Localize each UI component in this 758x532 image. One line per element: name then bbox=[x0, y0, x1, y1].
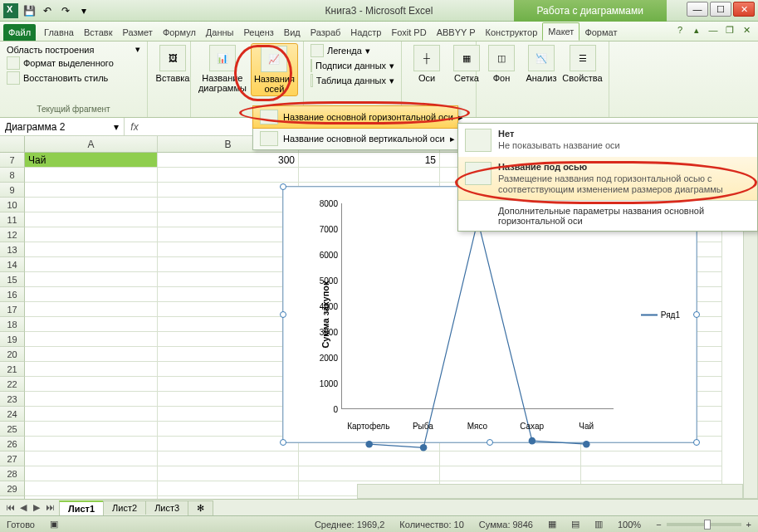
tab-home[interactable]: Главна bbox=[39, 24, 79, 41]
maximize-button[interactable]: ☐ bbox=[710, 2, 731, 17]
row-header[interactable]: 8 bbox=[0, 168, 25, 183]
chart-element-selector[interactable]: Область построения▾ bbox=[5, 43, 142, 56]
chart-legend[interactable]: Ряд1 bbox=[641, 310, 680, 320]
cell[interactable] bbox=[158, 287, 299, 302]
tab-insert[interactable]: Вставк bbox=[79, 24, 118, 41]
row-header[interactable]: 19 bbox=[0, 332, 25, 347]
view-page-break-icon[interactable]: ▥ bbox=[594, 519, 603, 530]
tab-data[interactable]: Данны bbox=[201, 24, 239, 41]
cell[interactable] bbox=[25, 466, 158, 481]
cell[interactable] bbox=[299, 168, 440, 183]
zoom-level[interactable]: 100% bbox=[618, 520, 641, 530]
tab-file[interactable]: Файл bbox=[3, 24, 36, 41]
cell[interactable] bbox=[158, 451, 299, 466]
cell[interactable] bbox=[158, 198, 299, 212]
data-labels-button[interactable]: Подписи данных ▾ bbox=[309, 58, 396, 73]
submenu-horizontal-axis-title[interactable]: Название основной горизонтальной оси▸ bbox=[252, 105, 458, 129]
cell[interactable] bbox=[25, 392, 158, 407]
cell[interactable] bbox=[25, 242, 158, 257]
chart-title-button[interactable]: 📊 Название диаграммы bbox=[196, 43, 249, 95]
reset-style-button[interactable]: Восстановить стиль bbox=[5, 71, 142, 85]
cell[interactable] bbox=[25, 183, 158, 198]
tab-view[interactable]: Вид bbox=[279, 24, 306, 41]
undo-icon[interactable]: ↶ bbox=[40, 3, 55, 18]
cell[interactable] bbox=[158, 362, 299, 377]
row-header[interactable]: 18 bbox=[0, 317, 25, 332]
cell[interactable] bbox=[158, 317, 299, 332]
tab-chart-format[interactable]: Формат bbox=[580, 24, 622, 41]
cell[interactable] bbox=[25, 347, 158, 362]
qat-dropdown-icon[interactable]: ▾ bbox=[76, 3, 91, 18]
tab-chart-design[interactable]: Конструктор bbox=[481, 24, 543, 41]
cell[interactable] bbox=[158, 437, 299, 451]
cell[interactable] bbox=[25, 168, 158, 183]
row-header[interactable]: 14 bbox=[0, 257, 25, 272]
cell[interactable] bbox=[158, 377, 299, 392]
flyout-more-options[interactable]: Дополнительные параметры названия основн… bbox=[458, 201, 757, 231]
row-header[interactable]: 20 bbox=[0, 347, 25, 362]
zoom-slider[interactable]: −+ bbox=[656, 520, 751, 530]
cell[interactable] bbox=[158, 422, 299, 437]
cell[interactable] bbox=[25, 422, 158, 437]
cell[interactable] bbox=[158, 466, 299, 481]
cell[interactable] bbox=[158, 481, 299, 496]
tab-chart-layout[interactable]: Макет bbox=[542, 22, 580, 41]
row-header[interactable]: 11 bbox=[0, 212, 25, 227]
horizontal-scrollbar[interactable] bbox=[357, 484, 743, 499]
chart-plot-area[interactable] bbox=[341, 203, 614, 409]
axis-titles-button[interactable]: 📈 Названия осей bbox=[251, 43, 298, 96]
column-header-A[interactable]: A bbox=[25, 136, 158, 152]
row-header[interactable]: 27 bbox=[0, 451, 25, 466]
row-header[interactable]: 17 bbox=[0, 302, 25, 317]
cell[interactable] bbox=[25, 407, 158, 422]
flyout-option-none[interactable]: НетНе показывать название оси bbox=[458, 124, 757, 157]
cell[interactable] bbox=[25, 257, 158, 272]
cell[interactable] bbox=[158, 183, 299, 198]
view-page-layout-icon[interactable]: ▤ bbox=[571, 519, 580, 530]
cell[interactable] bbox=[158, 302, 299, 317]
row-header[interactable]: 10 bbox=[0, 198, 25, 212]
row-header[interactable]: 15 bbox=[0, 272, 25, 287]
tab-page-layout[interactable]: Размет bbox=[118, 24, 158, 41]
properties-button[interactable]: ☰Свойства bbox=[561, 43, 604, 115]
format-selection-button[interactable]: Формат выделенного bbox=[5, 56, 142, 71]
doc-restore-icon[interactable]: ❐ bbox=[723, 25, 736, 36]
cell[interactable] bbox=[25, 317, 158, 332]
row-header[interactable]: 13 bbox=[0, 242, 25, 257]
flyout-option-title-below-axis[interactable]: Название под осьюРазмещение названия под… bbox=[458, 157, 757, 200]
cell[interactable] bbox=[25, 287, 158, 302]
sheet-tab-2[interactable]: Лист2 bbox=[103, 500, 146, 515]
row-header[interactable]: 24 bbox=[0, 407, 25, 422]
help-icon[interactable]: ? bbox=[673, 25, 687, 36]
new-sheet-button[interactable]: ✻ bbox=[188, 500, 213, 515]
insert-button[interactable]: 🖼 Вставка bbox=[153, 43, 193, 85]
cell[interactable] bbox=[25, 212, 158, 227]
cell[interactable] bbox=[158, 212, 299, 227]
cell[interactable] bbox=[25, 377, 158, 392]
cell[interactable] bbox=[25, 332, 158, 347]
submenu-vertical-axis-title[interactable]: Название основной вертикальной оси▸ bbox=[253, 128, 457, 149]
close-button[interactable]: ✕ bbox=[733, 2, 755, 17]
row-header[interactable]: 16 bbox=[0, 287, 25, 302]
cell[interactable] bbox=[25, 272, 158, 287]
ribbon-minimize-icon[interactable]: ▴ bbox=[690, 25, 703, 36]
macro-record-icon[interactable]: ▣ bbox=[50, 519, 58, 530]
cell[interactable]: 15 bbox=[299, 153, 440, 168]
cell[interactable] bbox=[25, 451, 158, 466]
cell[interactable] bbox=[158, 227, 299, 242]
doc-minimize-icon[interactable]: — bbox=[707, 25, 720, 36]
view-normal-icon[interactable]: ▦ bbox=[548, 519, 556, 530]
sheet-nav-buttons[interactable]: ⏮◀▶⏭ bbox=[0, 502, 60, 513]
row-header[interactable]: 26 bbox=[0, 437, 25, 451]
cell[interactable] bbox=[158, 407, 299, 422]
tab-review[interactable]: Реценз bbox=[238, 24, 278, 41]
select-all-corner[interactable] bbox=[0, 136, 25, 152]
cell[interactable] bbox=[158, 168, 299, 183]
cell[interactable] bbox=[158, 257, 299, 272]
tab-formulas[interactable]: Формул bbox=[158, 24, 201, 41]
row-header[interactable]: 23 bbox=[0, 392, 25, 407]
row-header[interactable]: 7 bbox=[0, 153, 25, 168]
sheet-tab-1[interactable]: Лист1 bbox=[59, 500, 104, 515]
cell[interactable] bbox=[25, 362, 158, 377]
row-header[interactable]: 22 bbox=[0, 377, 25, 392]
